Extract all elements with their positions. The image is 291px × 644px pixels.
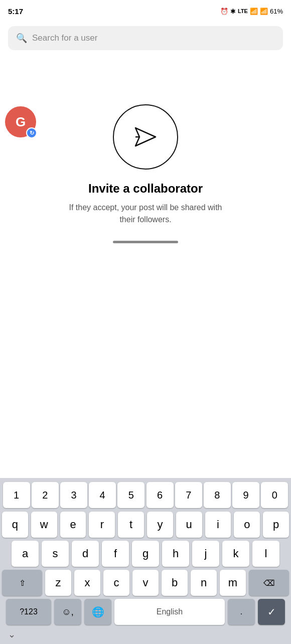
key-e[interactable]: e [60,512,86,538]
qwerty-row: q w e r t y u i o p [0,510,291,539]
avatar-refresh-icon: ↻ [26,127,37,138]
asdf-row: a s d f g h j k l [0,539,291,568]
key-b[interactable]: b [162,570,188,596]
avatar-letter: G [16,114,26,130]
search-bar[interactable]: 🔍 [8,26,283,50]
emoji-key[interactable]: ☺, [54,599,81,625]
key-6[interactable]: 6 [147,482,174,508]
lte-icon: LTE [238,8,248,14]
key-x[interactable]: x [74,570,100,596]
home-bar [113,241,178,243]
bottom-row: ?123 ☺, 🌐 English . ✓ [0,597,291,629]
key-4[interactable]: 4 [89,482,116,508]
backspace-key[interactable]: ⌫ [249,570,289,596]
shift-key[interactable]: ⇧ [2,570,42,596]
search-container: 🔍 [0,22,291,54]
key-v[interactable]: v [132,570,159,596]
signal-icon: 📶 [260,8,268,15]
key-l[interactable]: l [252,541,279,567]
avatar: G ↻ [5,106,36,137]
battery-icon: 61% [270,8,283,15]
chevron-down-icon[interactable]: ⌄ [0,629,24,642]
status-icons: ⏰ ✱ LTE 📶 📶 61% [220,8,283,15]
symbols-key[interactable]: ?123 [6,599,51,625]
period-key[interactable]: . [228,599,255,625]
key-s[interactable]: s [42,541,69,567]
key-t[interactable]: t [118,512,144,538]
keyboard-bottom-bar: ⌄ [0,629,291,644]
invite-title: Invite a collaborator [88,182,203,196]
key-f[interactable]: f [102,541,129,567]
status-bar: 5:17 ⏰ ✱ LTE 📶 📶 61% [0,0,291,22]
key-k[interactable]: k [222,541,249,567]
key-d[interactable]: d [72,541,99,567]
key-9[interactable]: 9 [232,482,259,508]
key-p[interactable]: p [263,512,289,538]
key-5[interactable]: 5 [117,482,144,508]
key-i[interactable]: i [205,512,231,538]
keyboard: 1 2 3 4 5 6 7 8 9 0 q w e r t y u i o p … [0,478,291,644]
search-icon: 🔍 [16,33,27,44]
main-content: Invite a collaborator If they accept, yo… [0,84,291,236]
key-h[interactable]: h [162,541,189,567]
send-icon-circle [113,104,178,170]
home-bar-container [0,236,291,248]
key-y[interactable]: y [147,512,173,538]
key-u[interactable]: u [176,512,202,538]
key-8[interactable]: 8 [204,482,231,508]
status-time: 5:17 [8,7,23,16]
wifi-icon: 📶 [250,8,258,15]
key-r[interactable]: r [89,512,115,538]
key-1[interactable]: 1 [3,482,30,508]
key-a[interactable]: a [12,541,39,567]
alarm-icon: ⏰ [220,8,228,15]
send-icon [130,122,161,152]
key-c[interactable]: c [103,570,129,596]
key-0[interactable]: 0 [261,482,288,508]
key-g[interactable]: g [132,541,159,567]
space-key[interactable]: English [114,599,225,625]
key-2[interactable]: 2 [32,482,59,508]
key-z[interactable]: z [45,570,71,596]
globe-key[interactable]: 🌐 [84,599,111,625]
zxcv-row: ⇧ z x c v b n m ⌫ [0,568,291,597]
key-7[interactable]: 7 [175,482,202,508]
key-q[interactable]: q [2,512,28,538]
number-row: 1 2 3 4 5 6 7 8 9 0 [0,478,291,510]
key-w[interactable]: w [31,512,57,538]
enter-key[interactable]: ✓ [258,599,285,625]
key-m[interactable]: m [220,570,246,596]
bluetooth-icon: ✱ [230,8,236,15]
key-n[interactable]: n [191,570,217,596]
invite-subtitle: If they accept, your post will be shared… [65,202,226,226]
search-input[interactable] [32,33,275,43]
key-j[interactable]: j [192,541,219,567]
key-o[interactable]: o [234,512,260,538]
key-3[interactable]: 3 [60,482,87,508]
